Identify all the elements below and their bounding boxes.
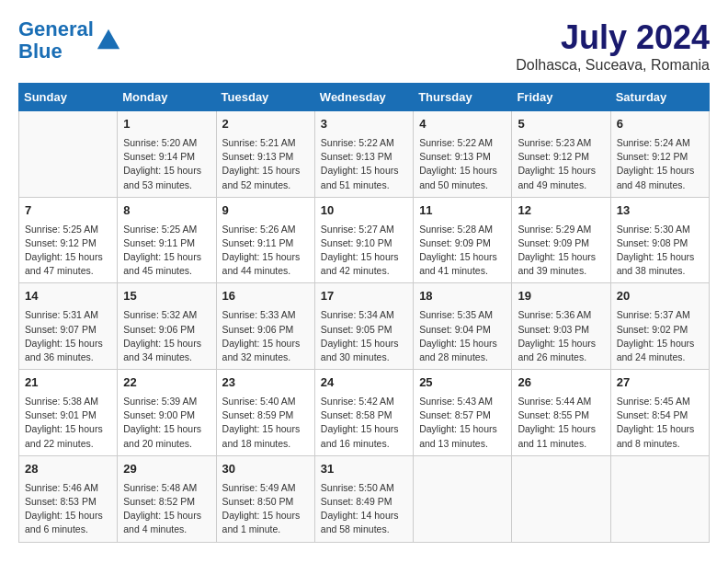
- day-number: 3: [321, 116, 407, 133]
- day-number: 24: [321, 374, 407, 392]
- day-info: Sunrise: 5:22 AM Sunset: 9:13 PM Dayligh…: [419, 136, 506, 192]
- calendar-week-row: 1Sunrise: 5:20 AM Sunset: 9:14 PM Daylig…: [19, 111, 710, 198]
- calendar-cell: 15Sunrise: 5:32 AM Sunset: 9:06 PM Dayli…: [118, 283, 216, 370]
- calendar-cell: 3Sunrise: 5:22 AM Sunset: 9:13 PM Daylig…: [314, 111, 413, 198]
- day-info: Sunrise: 5:21 AM Sunset: 9:13 PM Dayligh…: [222, 136, 309, 192]
- day-info: Sunrise: 5:38 AM Sunset: 9:01 PM Dayligh…: [25, 395, 111, 451]
- day-number: 21: [25, 374, 111, 392]
- calendar-week-row: 7Sunrise: 5:25 AM Sunset: 9:12 PM Daylig…: [19, 197, 710, 283]
- day-number: 18: [419, 288, 506, 305]
- day-number: 27: [617, 374, 703, 392]
- day-info: Sunrise: 5:24 AM Sunset: 9:12 PM Dayligh…: [617, 136, 703, 192]
- calendar-cell: 18Sunrise: 5:35 AM Sunset: 9:04 PM Dayli…: [414, 283, 512, 370]
- calendar-cell: 25Sunrise: 5:43 AM Sunset: 8:57 PM Dayli…: [414, 370, 512, 456]
- logo-text: General Blue: [18, 18, 94, 63]
- calendar-week-row: 28Sunrise: 5:46 AM Sunset: 8:53 PM Dayli…: [19, 455, 710, 542]
- calendar-cell: 29Sunrise: 5:48 AM Sunset: 8:52 PM Dayli…: [118, 455, 216, 542]
- day-info: Sunrise: 5:36 AM Sunset: 9:03 PM Dayligh…: [518, 308, 604, 364]
- day-info: Sunrise: 5:34 AM Sunset: 9:05 PM Dayligh…: [321, 308, 407, 364]
- day-number: 13: [617, 202, 703, 220]
- day-number: 23: [222, 374, 309, 392]
- day-number: 6: [617, 116, 703, 133]
- day-number: 5: [518, 116, 604, 133]
- day-info: Sunrise: 5:46 AM Sunset: 8:53 PM Dayligh…: [25, 481, 111, 537]
- day-info: Sunrise: 5:30 AM Sunset: 9:08 PM Dayligh…: [617, 223, 703, 279]
- calendar-cell: 28Sunrise: 5:46 AM Sunset: 8:53 PM Dayli…: [19, 455, 118, 542]
- calendar-cell: 23Sunrise: 5:40 AM Sunset: 8:59 PM Dayli…: [216, 370, 314, 456]
- calendar-cell: 11Sunrise: 5:28 AM Sunset: 9:09 PM Dayli…: [414, 197, 512, 283]
- day-number: 29: [123, 461, 210, 478]
- day-info: Sunrise: 5:50 AM Sunset: 8:49 PM Dayligh…: [321, 481, 407, 537]
- calendar-cell: 27Sunrise: 5:45 AM Sunset: 8:54 PM Dayli…: [610, 370, 709, 456]
- calendar-cell: 22Sunrise: 5:39 AM Sunset: 9:00 PM Dayli…: [118, 370, 216, 456]
- calendar-cell: 13Sunrise: 5:30 AM Sunset: 9:08 PM Dayli…: [610, 197, 709, 283]
- day-info: Sunrise: 5:22 AM Sunset: 9:13 PM Dayligh…: [321, 136, 407, 192]
- calendar-cell: 4Sunrise: 5:22 AM Sunset: 9:13 PM Daylig…: [414, 111, 512, 198]
- day-info: Sunrise: 5:43 AM Sunset: 8:57 PM Dayligh…: [419, 395, 506, 451]
- day-number: 28: [25, 461, 111, 478]
- calendar-cell: 16Sunrise: 5:33 AM Sunset: 9:06 PM Dayli…: [216, 283, 314, 370]
- day-number: 4: [419, 116, 506, 133]
- day-number: 20: [617, 288, 703, 305]
- logo: General Blue: [18, 18, 121, 63]
- day-number: 2: [222, 116, 309, 133]
- day-info: Sunrise: 5:35 AM Sunset: 9:04 PM Dayligh…: [419, 308, 506, 364]
- calendar-cell: 30Sunrise: 5:49 AM Sunset: 8:50 PM Dayli…: [216, 455, 314, 542]
- day-info: Sunrise: 5:45 AM Sunset: 8:54 PM Dayligh…: [617, 395, 703, 451]
- day-number: 16: [222, 288, 309, 305]
- calendar-cell: 26Sunrise: 5:44 AM Sunset: 8:55 PM Dayli…: [512, 370, 610, 456]
- day-info: Sunrise: 5:20 AM Sunset: 9:14 PM Dayligh…: [123, 136, 210, 192]
- day-info: Sunrise: 5:37 AM Sunset: 9:02 PM Dayligh…: [617, 308, 703, 364]
- day-info: Sunrise: 5:31 AM Sunset: 9:07 PM Dayligh…: [25, 308, 111, 364]
- title-block: July 2024 Dolhasca, Suceava, Romania: [516, 18, 710, 74]
- weekday-header: Tuesday: [216, 84, 314, 111]
- day-info: Sunrise: 5:26 AM Sunset: 9:11 PM Dayligh…: [222, 223, 309, 279]
- day-info: Sunrise: 5:28 AM Sunset: 9:09 PM Dayligh…: [419, 223, 506, 279]
- day-number: 11: [419, 202, 506, 220]
- day-info: Sunrise: 5:23 AM Sunset: 9:12 PM Dayligh…: [518, 136, 604, 192]
- day-info: Sunrise: 5:39 AM Sunset: 9:00 PM Dayligh…: [123, 395, 210, 451]
- day-number: 8: [123, 202, 210, 220]
- day-info: Sunrise: 5:33 AM Sunset: 9:06 PM Dayligh…: [222, 308, 309, 364]
- day-number: 31: [321, 461, 407, 478]
- weekday-header: Saturday: [610, 84, 709, 111]
- month-year: July 2024: [516, 18, 710, 57]
- calendar-cell: [414, 455, 512, 542]
- day-info: Sunrise: 5:49 AM Sunset: 8:50 PM Dayligh…: [222, 481, 309, 537]
- day-info: Sunrise: 5:48 AM Sunset: 8:52 PM Dayligh…: [123, 481, 210, 537]
- day-number: 12: [518, 202, 604, 220]
- calendar-cell: 20Sunrise: 5:37 AM Sunset: 9:02 PM Dayli…: [610, 283, 709, 370]
- location: Dolhasca, Suceava, Romania: [516, 57, 710, 74]
- calendar-cell: 24Sunrise: 5:42 AM Sunset: 8:58 PM Dayli…: [314, 370, 413, 456]
- weekday-header: Sunday: [19, 84, 118, 111]
- page-header: General Blue July 2024 Dolhasca, Suceava…: [18, 18, 710, 74]
- calendar-week-row: 21Sunrise: 5:38 AM Sunset: 9:01 PM Dayli…: [19, 370, 710, 456]
- day-info: Sunrise: 5:29 AM Sunset: 9:09 PM Dayligh…: [518, 223, 604, 279]
- day-number: 7: [25, 202, 111, 220]
- day-info: Sunrise: 5:27 AM Sunset: 9:10 PM Dayligh…: [321, 223, 407, 279]
- day-number: 17: [321, 288, 407, 305]
- day-number: 19: [518, 288, 604, 305]
- calendar-week-row: 14Sunrise: 5:31 AM Sunset: 9:07 PM Dayli…: [19, 283, 710, 370]
- calendar-cell: 10Sunrise: 5:27 AM Sunset: 9:10 PM Dayli…: [314, 197, 413, 283]
- calendar-cell: 19Sunrise: 5:36 AM Sunset: 9:03 PM Dayli…: [512, 283, 610, 370]
- calendar-cell: 9Sunrise: 5:26 AM Sunset: 9:11 PM Daylig…: [216, 197, 314, 283]
- weekday-header: Friday: [512, 84, 610, 111]
- day-number: 9: [222, 202, 309, 220]
- calendar-cell: 31Sunrise: 5:50 AM Sunset: 8:49 PM Dayli…: [314, 455, 413, 542]
- calendar-cell: 6Sunrise: 5:24 AM Sunset: 9:12 PM Daylig…: [610, 111, 709, 198]
- day-number: 14: [25, 288, 111, 305]
- calendar-cell: 7Sunrise: 5:25 AM Sunset: 9:12 PM Daylig…: [19, 197, 118, 283]
- day-info: Sunrise: 5:40 AM Sunset: 8:59 PM Dayligh…: [222, 395, 309, 451]
- calendar-cell: 5Sunrise: 5:23 AM Sunset: 9:12 PM Daylig…: [512, 111, 610, 198]
- calendar-cell: 17Sunrise: 5:34 AM Sunset: 9:05 PM Dayli…: [314, 283, 413, 370]
- day-number: 26: [518, 374, 604, 392]
- day-number: 30: [222, 461, 309, 478]
- day-number: 10: [321, 202, 407, 220]
- calendar-cell: [19, 111, 118, 198]
- weekday-header: Thursday: [414, 84, 512, 111]
- calendar-cell: [610, 455, 709, 542]
- day-number: 25: [419, 374, 506, 392]
- day-info: Sunrise: 5:42 AM Sunset: 8:58 PM Dayligh…: [321, 395, 407, 451]
- calendar-cell: 14Sunrise: 5:31 AM Sunset: 9:07 PM Dayli…: [19, 283, 118, 370]
